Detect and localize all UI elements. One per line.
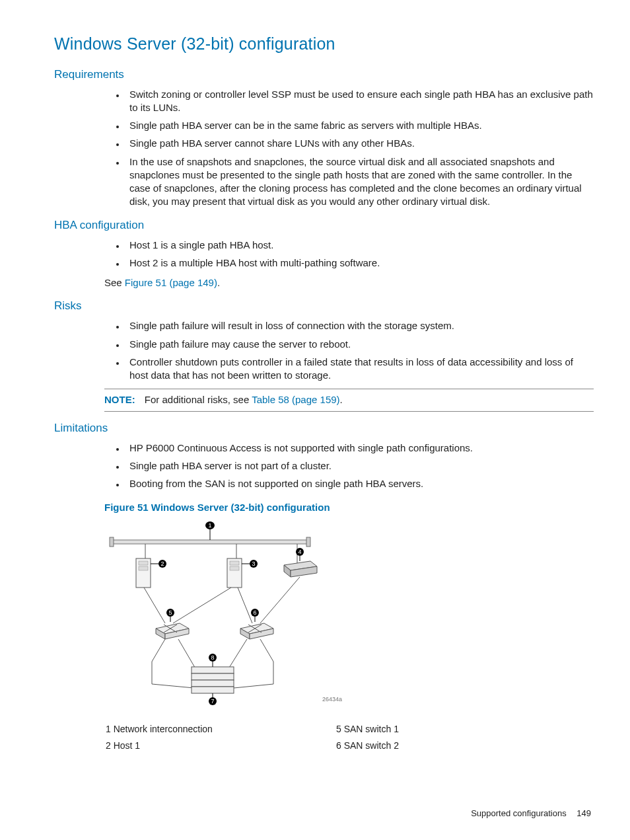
svg-rect-2: [306, 537, 310, 547]
list-item: Controller shutdown puts controller in a…: [125, 356, 594, 383]
svg-rect-10: [139, 566, 148, 570]
san-switch-2-icon: [240, 623, 273, 639]
heading-risks: Risks: [54, 299, 594, 314]
page-title: Windows Server (32-bit) configuration: [54, 33, 594, 56]
callout-2: 2: [160, 560, 164, 567]
figure-link[interactable]: Figure 51 (page 149): [125, 277, 217, 288]
figure-legend: 1 Network interconnection 5 SAN switch 1…: [104, 720, 567, 755]
note-prefix: For additional risks, see: [145, 394, 252, 405]
list-item: Switch zoning or controller level SSP mu…: [125, 88, 594, 115]
legend-label: SAN switch 1: [344, 724, 399, 734]
legend-num: 5: [336, 724, 341, 734]
list-limitations: HP P6000 Continuous Access is not suppor…: [54, 441, 594, 491]
svg-rect-49: [192, 667, 234, 673]
heading-requirements: Requirements: [54, 67, 594, 83]
host-2-icon: [227, 558, 242, 588]
svg-line-48: [234, 684, 273, 688]
see-prefix: See: [104, 277, 125, 288]
callout-6: 6: [253, 609, 256, 616]
legend-label: Network interconnection: [114, 724, 213, 734]
note-suffix: .: [340, 394, 343, 405]
storage-array-icon: [192, 667, 234, 693]
callout-1: 1: [208, 522, 211, 529]
svg-rect-51: [192, 680, 234, 687]
svg-line-46: [260, 639, 273, 662]
figure-diagram: 1 2 3 4 5: [104, 517, 594, 712]
table-link[interactable]: Table 58 (page 159): [252, 394, 339, 405]
svg-line-43: [152, 684, 194, 688]
svg-rect-50: [192, 673, 234, 680]
list-item: Single path failure may cause the server…: [125, 338, 594, 351]
svg-rect-1: [110, 537, 114, 547]
heading-hba-configuration: HBA configuration: [54, 218, 594, 233]
svg-line-26: [260, 577, 300, 623]
footer-page-number: 149: [577, 808, 591, 818]
see-suffix: .: [217, 277, 220, 288]
list-item: In the use of snapshots and snapclones, …: [125, 155, 594, 209]
callout-3: 3: [252, 560, 255, 567]
callout-8: 8: [211, 654, 214, 661]
footer-section: Supported configurations: [471, 808, 567, 818]
heading-limitations: Limitations: [54, 421, 594, 436]
list-item: Host 1 is a single path HBA host.: [125, 239, 594, 252]
list-item: Single path failure will result in loss …: [125, 319, 594, 332]
callout-4: 4: [298, 549, 301, 555]
svg-rect-14: [230, 561, 239, 565]
note-box: NOTE: For additional risks, see Table 58…: [104, 389, 594, 411]
legend-num: 1: [106, 724, 111, 734]
svg-rect-52: [192, 687, 234, 693]
list-item: Booting from the SAN is not supported on…: [125, 477, 594, 490]
svg-line-41: [152, 639, 165, 662]
san-switch-1-icon: [156, 623, 189, 639]
svg-line-44: [178, 639, 197, 671]
page-footer: Supported configurations 149: [54, 808, 594, 820]
svg-rect-15: [230, 566, 239, 570]
callout-5: 5: [168, 609, 172, 616]
see-reference: See Figure 51 (page 149).: [104, 276, 594, 289]
list-item: Single path HBA server is not part of a …: [125, 459, 594, 473]
svg-line-45: [227, 639, 247, 671]
figure-caption: Figure 51 Windows Server (32-bit) config…: [104, 501, 594, 514]
svg-rect-0: [112, 540, 308, 544]
list-item: HP P6000 Continuous Access is not suppor…: [125, 441, 594, 455]
list-hba: Host 1 is a single path HBA host. Host 2…: [54, 239, 594, 270]
list-item: Host 2 is a multiple HBA host with multi…: [125, 256, 594, 270]
list-risks: Single path failure will result in loss …: [54, 319, 594, 382]
note-label: NOTE:: [104, 394, 135, 405]
legend-label: Host 1: [114, 740, 140, 751]
legend-num: 2: [106, 740, 111, 751]
callout-7: 7: [211, 698, 214, 705]
list-item: Single path HBA server can be in the sam…: [125, 119, 594, 132]
appliance-icon: [284, 561, 317, 577]
list-item: Single path HBA server cannot share LUNs…: [125, 137, 594, 150]
list-requirements: Switch zoning or controller level SSP mu…: [54, 88, 594, 209]
svg-line-23: [144, 588, 165, 623]
svg-line-24: [173, 588, 231, 623]
legend-label: SAN switch 2: [344, 740, 399, 751]
legend-num: 6: [336, 740, 341, 751]
diagram-id: 26434a: [322, 696, 342, 703]
svg-rect-9: [139, 561, 148, 565]
svg-line-25: [238, 588, 252, 623]
host-1-icon: [136, 558, 151, 588]
